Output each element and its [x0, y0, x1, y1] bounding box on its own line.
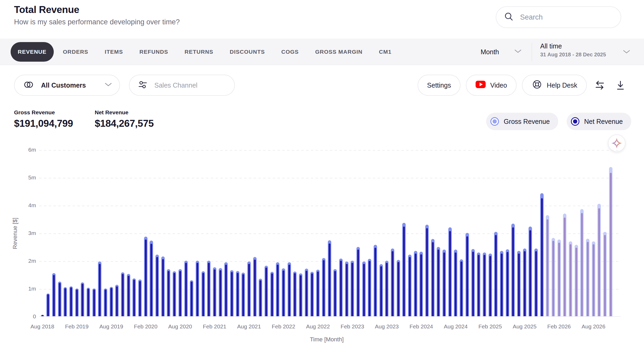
bar-may-2025[interactable] [506, 249, 509, 316]
bar-sep-2019[interactable] [115, 285, 119, 316]
bar-forecast-mar-2026[interactable] [563, 214, 566, 316]
bar-may-2022[interactable] [299, 273, 302, 316]
bar-aug-2020[interactable] [178, 269, 182, 316]
bar-apr-2024[interactable] [431, 239, 435, 316]
bar-jun-2020[interactable] [167, 269, 170, 316]
bar-mar-2022[interactable] [288, 262, 291, 316]
bar-feb-2020[interactable] [144, 237, 147, 316]
bar-jan-2019[interactable] [69, 286, 73, 316]
bar-sep-2020[interactable] [184, 261, 188, 316]
bar-oct-2025[interactable] [534, 248, 538, 316]
bar-forecast-may-2026[interactable] [575, 245, 578, 316]
bar-may-2024[interactable] [437, 247, 440, 316]
bar-forecast-jun-2026[interactable] [580, 209, 584, 316]
bar-jul-2023[interactable] [379, 264, 383, 316]
tab-cogs[interactable]: COGS [274, 42, 306, 62]
legend-toggle-net-revenue[interactable]: Net Revenue [567, 113, 631, 130]
bar-forecast-nov-2026[interactable] [609, 167, 612, 316]
legend-toggle-gross-revenue[interactable]: Gross Revenue [486, 113, 558, 130]
bar-dec-2019[interactable] [132, 278, 136, 316]
bar-aug-2022[interactable] [316, 270, 320, 316]
bar-nov-2023[interactable] [402, 223, 406, 316]
tab-gross-margin[interactable]: GROSS MARGIN [308, 42, 370, 62]
bar-oct-2020[interactable] [190, 280, 193, 316]
bar-feb-2023[interactable] [351, 261, 354, 316]
granularity-select[interactable]: Month [481, 39, 522, 65]
search-input[interactable] [520, 13, 607, 21]
customers-filter[interactable]: All Customers [14, 75, 120, 96]
bar-forecast-jan-2026[interactable] [552, 238, 555, 316]
tab-revenue[interactable]: REVENUE [11, 42, 54, 62]
bar-dec-2018[interactable] [64, 287, 67, 316]
bar-jan-2022[interactable] [276, 262, 279, 316]
bar-nov-2020[interactable] [196, 261, 199, 316]
bar-mar-2023[interactable] [356, 247, 360, 316]
bar-jun-2025[interactable] [511, 224, 515, 316]
bar-jun-2024[interactable] [442, 250, 446, 316]
bar-dec-2022[interactable] [339, 259, 343, 316]
bar-may-2023[interactable] [368, 259, 371, 316]
bar-aug-2019[interactable] [110, 287, 113, 316]
bar-forecast-jul-2026[interactable] [586, 239, 589, 316]
bar-sep-2021[interactable] [253, 257, 257, 316]
bar-jul-2019[interactable] [104, 288, 107, 316]
tab-cm1[interactable]: CM1 [372, 42, 399, 62]
bar-jul-2022[interactable] [310, 272, 314, 316]
bar-may-2020[interactable] [161, 256, 165, 316]
bar-may-2019[interactable] [92, 288, 96, 316]
bar-dec-2023[interactable] [408, 255, 412, 316]
video-button[interactable]: Video [466, 75, 517, 96]
bar-nov-2022[interactable] [333, 269, 337, 316]
bar-sep-2025[interactable] [529, 227, 532, 316]
bar-aug-2025[interactable] [523, 248, 526, 316]
bar-mar-2020[interactable] [150, 241, 153, 316]
sales-channel-filter[interactable]: Sales Channel [129, 75, 235, 96]
bar-oct-2024[interactable] [466, 233, 469, 316]
bar-oct-2021[interactable] [259, 279, 262, 316]
bar-jul-2024[interactable] [448, 227, 452, 316]
bar-jan-2025[interactable] [483, 252, 486, 316]
bar-sep-2023[interactable] [391, 248, 394, 316]
bar-mar-2021[interactable] [219, 268, 222, 316]
settings-button[interactable]: Settings [418, 75, 460, 96]
bar-nov-2024[interactable] [471, 249, 475, 316]
bar-apr-2023[interactable] [362, 261, 366, 316]
bar-jul-2025[interactable] [517, 251, 521, 316]
download-button[interactable] [613, 75, 628, 96]
bar-apr-2019[interactable] [87, 288, 90, 316]
bar-mar-2019[interactable] [81, 282, 84, 316]
tab-items[interactable]: ITEMS [97, 42, 130, 62]
bar-sep-2024[interactable] [460, 259, 463, 316]
bar-feb-2025[interactable] [489, 254, 492, 316]
bar-nov-2021[interactable] [265, 266, 268, 316]
bar-mar-2024[interactable] [425, 225, 429, 316]
bar-jun-2021[interactable] [236, 271, 239, 316]
bar-jan-2020[interactable] [138, 279, 142, 316]
bar-apr-2021[interactable] [224, 262, 228, 316]
bar-dec-2021[interactable] [270, 272, 274, 316]
bar-forecast-oct-2026[interactable] [603, 232, 607, 316]
bar-jul-2020[interactable] [173, 271, 176, 316]
timerange-select[interactable]: All time 31 Aug 2018 - 28 Dec 2025 [540, 42, 606, 58]
bar-oct-2019[interactable] [121, 272, 124, 316]
bar-may-2021[interactable] [230, 270, 234, 316]
bar-jun-2023[interactable] [374, 245, 377, 316]
bar-dec-2024[interactable] [477, 252, 480, 316]
bar-nov-2025[interactable] [540, 193, 544, 316]
bar-feb-2024[interactable] [419, 252, 423, 316]
bar-jun-2022[interactable] [305, 269, 308, 316]
bar-jul-2021[interactable] [241, 273, 245, 316]
bar-forecast-dec-2025[interactable] [546, 215, 549, 316]
tab-returns[interactable]: RETURNS [177, 42, 221, 62]
bar-nov-2019[interactable] [127, 274, 130, 316]
bar-feb-2019[interactable] [75, 288, 79, 316]
bar-sep-2018[interactable] [46, 293, 50, 316]
help-desk-button[interactable]: Help Desk [522, 75, 587, 96]
bar-jun-2019[interactable] [98, 261, 101, 316]
bar-sep-2022[interactable] [322, 258, 325, 316]
bar-forecast-sep-2026[interactable] [597, 204, 601, 316]
bar-nov-2018[interactable] [58, 282, 61, 316]
bar-mar-2025[interactable] [494, 232, 498, 316]
bar-jan-2021[interactable] [207, 261, 211, 316]
compare-arrows-button[interactable] [592, 75, 607, 96]
